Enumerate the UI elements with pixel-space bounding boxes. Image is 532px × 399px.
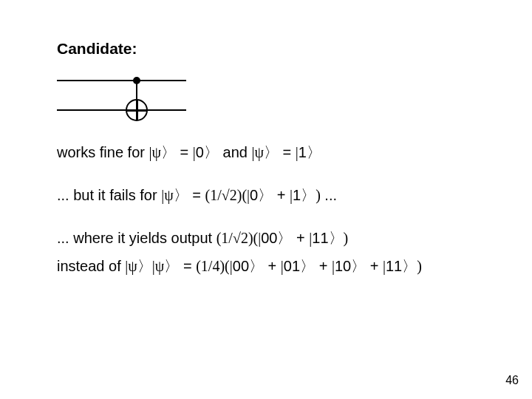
text: 01 <box>284 258 300 274</box>
text: 1 <box>221 230 228 246</box>
text: ) <box>417 258 422 274</box>
ket-close: 〉 <box>161 144 176 160</box>
text: instead of <box>57 258 125 274</box>
text: + <box>264 258 281 274</box>
text: ... but it fails for <box>57 187 161 203</box>
text: 11 <box>386 258 402 274</box>
target-xor-icon <box>126 99 148 121</box>
ket-close: 〉 <box>329 230 344 246</box>
psi-glyph: ψ <box>152 144 162 160</box>
text: 1 <box>299 144 307 160</box>
ket-close: 〉 <box>249 258 264 274</box>
ket-close: 〉 <box>402 258 417 274</box>
ket-close: 〉 <box>174 187 188 203</box>
psi-glyph: ψ <box>128 258 137 274</box>
text: 0 <box>250 187 258 203</box>
text: 11 <box>312 230 328 246</box>
ket-close: 〉 <box>300 258 315 274</box>
text: 4 <box>212 258 219 274</box>
text: 2 <box>241 230 248 246</box>
wire-bottom <box>57 109 186 111</box>
text: = <box>279 144 296 160</box>
text: ) <box>344 230 349 246</box>
text: ... where it yields output <box>57 230 216 246</box>
text: and <box>219 144 251 160</box>
text: 00 <box>261 230 277 246</box>
cnot-circuit <box>57 71 186 123</box>
line-where: ... where it yields output (1/√2)(|00〉 +… <box>57 229 493 247</box>
psi-glyph: ψ <box>254 144 264 160</box>
ket-close: 〉 <box>164 258 179 274</box>
ket-close: 〉 <box>258 187 273 203</box>
text: works fine for <box>57 144 149 160</box>
line-instead: instead of |ψ〉|ψ〉 = (1/4)(|00〉 + |01〉 + … <box>57 257 493 275</box>
text: )( <box>248 230 258 246</box>
text: )( <box>219 258 229 274</box>
text: ) <box>316 187 321 203</box>
text: 00 <box>233 258 249 274</box>
line-fails: ... but it fails for |ψ〉 = (1/√2)(|0〉 + … <box>57 186 493 204</box>
text: 1 <box>201 258 208 274</box>
psi-glyph: ψ <box>155 258 165 274</box>
ket-close: 〉 <box>307 144 321 160</box>
text: + <box>292 230 309 246</box>
text: ( <box>196 258 201 274</box>
wire-top <box>57 80 186 81</box>
text: 1 <box>293 187 301 203</box>
ket-close: 〉 <box>204 144 219 160</box>
ket-close: 〉 <box>264 144 279 160</box>
sqrt-glyph: √ <box>222 187 230 203</box>
text: 2 <box>230 187 237 203</box>
text: 1 <box>210 187 217 203</box>
text: 0 <box>196 144 204 160</box>
line-works: works fine for |ψ〉 = |0〉 and |ψ〉 = |1〉 <box>57 143 493 161</box>
text: + <box>366 258 383 274</box>
ket-close: 〉 <box>301 187 316 203</box>
text: )( <box>237 187 247 203</box>
ket-close: 〉 <box>137 258 152 274</box>
text: + <box>315 258 332 274</box>
ket-close: 〉 <box>351 258 366 274</box>
psi-glyph: ψ <box>164 187 174 203</box>
control-dot-icon <box>133 77 140 84</box>
text: = <box>176 144 193 160</box>
text: = <box>188 187 205 203</box>
page-number: 46 <box>505 374 519 387</box>
sqrt-glyph: √ <box>233 230 241 246</box>
ket-close: 〉 <box>277 230 292 246</box>
slide-title: Candidate: <box>57 40 493 58</box>
text: ... <box>321 187 337 203</box>
text: = <box>179 258 196 274</box>
text: + <box>273 187 290 203</box>
text: 10 <box>335 258 351 274</box>
